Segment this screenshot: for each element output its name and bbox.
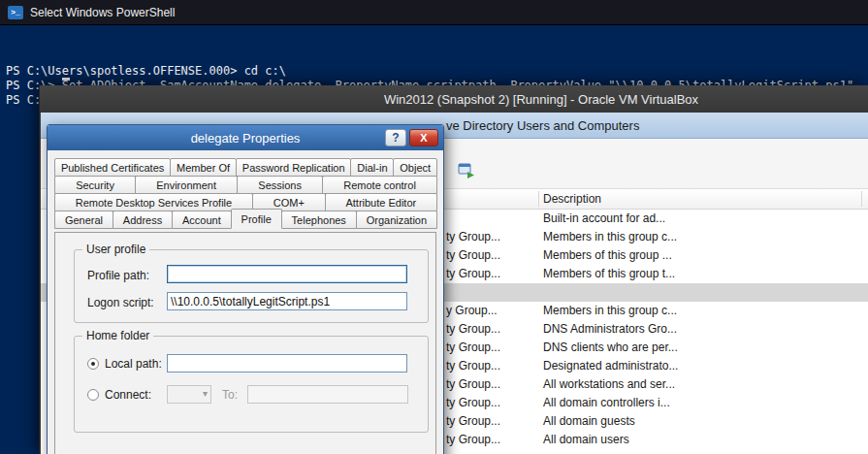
tab-row-2: SecurityEnvironmentSessionsRemote contro… [54,176,436,194]
column-divider [538,191,539,207]
list-item-type: ty Group... [446,414,500,428]
chevron-down-icon: ▾ [203,388,208,399]
group-legend: Home folder [82,329,153,342]
tab[interactable]: Remote control [322,176,437,194]
list-item-description: All domain guests [543,414,635,428]
list-item-description: Members of this group t... [543,267,675,280]
tab-row-1: Published CertificatesMember OfPassword … [54,158,436,177]
profile-path-label: Profile path: [87,269,149,282]
help-button[interactable]: ? [385,129,406,146]
tab[interactable]: Security [54,176,136,194]
powershell-titlebar[interactable]: >_ Select Windows PowerShell [0,0,868,25]
local-path-label: Local path: [105,357,162,371]
close-button[interactable]: X [409,129,438,146]
screen: >_ Select Windows PowerShell PS C:\Users… [0,0,868,454]
list-item-type: ty Group... [446,433,500,446]
tab[interactable]: Account [172,211,232,229]
list-item-description: Members of this group ... [543,248,672,262]
list-item-description: All domain controllers i... [543,396,670,409]
tab[interactable]: General [54,211,113,229]
local-path-input[interactable] [167,354,407,373]
list-item-type: ty Group... [446,248,500,262]
tab[interactable]: Address [113,211,173,229]
list-item-description: Built-in account for ad... [543,211,665,225]
tab[interactable]: Attribute Editor [325,193,437,211]
profile-tab-panel: User profile Profile path: Logon script:… [54,232,436,454]
logon-script-label: Logon script: [87,296,154,309]
user-profile-group: User profile Profile path: Logon script: [74,249,429,323]
tab[interactable]: Sessions [237,176,323,194]
list-item-description: DNS Administrators Gro... [543,322,677,336]
powershell-icon: >_ [8,6,23,19]
tab[interactable]: Remote Desktop Services Profile [54,193,253,211]
tab[interactable]: Dial-in [350,158,394,177]
home-folder-group: Home folder Local path: Connect: ▾ To: [74,336,429,433]
dialog-buttons: ? X [385,129,438,146]
list-item-type: ty Group... [446,359,500,373]
local-path-radio[interactable] [87,358,99,370]
list-item-type: ty Group... [446,322,500,336]
connect-path-input[interactable] [247,385,408,404]
tab[interactable]: Password Replication [236,158,352,177]
description-column-header[interactable]: Description [543,192,601,206]
list-item-type: ty Group... [446,396,500,409]
tab-row-4: GeneralAddressAccountProfileTelephonesOr… [54,211,436,229]
powershell-window-title: Select Windows PowerShell [30,6,175,19]
virtualbox-window-title: Win2012 (Snapshot 2) [Running] - Oracle … [384,92,698,107]
terminal-cursor [62,78,70,81]
list-item-description: DNS clients who are per... [543,340,678,354]
connect-label: Connect: [105,388,151,402]
tab[interactable]: Published Certificates [54,158,171,177]
list-item-type: ty Group... [446,230,500,243]
group-legend: User profile [82,243,149,256]
profile-path-input[interactable] [167,265,407,283]
list-item-description: Members in this group c... [543,230,677,243]
list-item-type: ty Group... [446,377,500,391]
list-item-description: Members in this group c... [543,304,677,317]
column-divider [861,191,862,207]
connect-radio[interactable] [87,389,99,401]
tab-strip: Published CertificatesMember OfPassword … [54,158,436,228]
logon-script-input[interactable] [167,292,407,310]
virtualbox-titlebar[interactable]: Win2012 (Snapshot 2) [Running] - Oracle … [40,85,868,113]
list-item-type: y Group... [446,304,498,317]
tab[interactable]: Telephones [281,211,357,229]
to-label: To: [222,388,238,402]
console-window-icon [458,162,475,179]
list-item-description: All domain users [543,433,629,446]
tab[interactable]: Organization [356,211,437,229]
toolbar-icon[interactable] [458,162,475,179]
tab[interactable]: Object [393,158,437,177]
terminal-line: PS C:\Users\spotless.OFFENSE.000> cd c:\ [6,64,868,79]
drive-letter-select[interactable]: ▾ [167,385,211,404]
aduc-window-title: ve Directory Users and Computers [446,118,639,133]
tab[interactable]: Profile [231,209,282,229]
list-item-type: ty Group... [446,267,500,280]
list-item-description: Designated administrato... [543,359,678,373]
dialog-titlebar[interactable]: delegate Properties ? X [48,125,443,150]
tab[interactable]: Member Of [170,158,237,177]
tab[interactable]: Environment [135,176,238,194]
delegate-properties-dialog: delegate Properties ? X Published Certif… [47,124,444,454]
list-item-type: ty Group... [446,340,500,354]
list-item-description: All workstations and ser... [543,377,675,391]
dialog-title: delegate Properties [48,131,443,146]
